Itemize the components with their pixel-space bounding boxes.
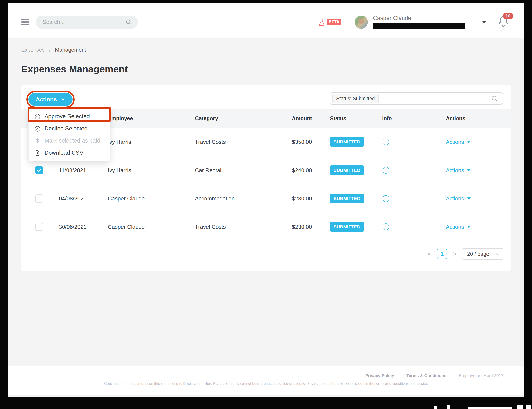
row-checkbox[interactable] [35,195,43,203]
info-icon[interactable]: i [383,195,389,202]
cell-info: i [382,139,446,145]
search-input[interactable] [43,19,125,25]
triangle-down-icon [467,169,471,172]
status-badge: SUBMITTED [330,165,364,175]
row-actions-dropdown[interactable]: Actions [446,139,504,145]
status-filter-input[interactable]: Status: Submitted [330,92,503,105]
table-row: 04/08/2021 Casper Claude Accommodation $… [21,184,511,213]
hamburger-menu-icon[interactable] [21,18,30,26]
row-checkbox[interactable] [35,223,43,231]
user-menu-caret-icon[interactable] [482,21,487,24]
header-employee: Employee [108,115,195,121]
user-name: Casper Claude [373,15,465,21]
notifications-button[interactable]: 10 [496,15,511,29]
breadcrumb-expenses[interactable]: Expenses [21,47,45,53]
page-size-value: 20 / page [467,251,489,257]
beta-badge: BETA [327,19,342,25]
cell-category: Travel Costs [195,139,265,145]
page-size-select[interactable]: 20 / page [462,248,504,260]
cell-info: i [382,195,446,202]
redaction-artifact [447,405,450,409]
menu-item-label: Decline Selected [45,125,88,132]
search-icon [125,19,132,26]
cell-status: SUBMITTED [312,194,382,204]
menu-item-mark-paid: $ Mark selected as paid [29,135,109,147]
beta-indicator: BETA [317,17,342,27]
row-actions-label: Actions [446,224,464,230]
info-icon[interactable]: i [383,167,389,174]
triangle-down-icon [467,141,471,143]
notification-count-badge: 10 [503,13,513,19]
cell-amount: $240.00 [265,167,312,174]
page-prev-button[interactable]: < [428,251,432,257]
cell-employee: Casper Claude [108,195,195,202]
row-actions-dropdown[interactable]: Actions [446,195,504,202]
menu-item-label: Mark selected as paid [45,138,100,144]
menu-item-label: Approve Selected [45,113,90,120]
annotation-ring-actions: Actions [26,91,75,108]
redaction-artifact [468,407,513,409]
row-actions-label: Actions [446,167,464,174]
row-actions-dropdown[interactable]: Actions [446,224,504,230]
cell-status: SUBMITTED [312,222,382,232]
breadcrumb: Expenses / Management [21,47,524,53]
cell-employee: Ivy Harris [108,167,195,174]
status-filter-chip[interactable]: Status: Submitted [332,94,379,103]
download-csv-icon [34,150,41,156]
row-actions-dropdown[interactable]: Actions [446,167,504,174]
info-icon[interactable]: i [383,139,389,145]
approve-circle-icon [34,113,41,120]
menu-item-decline-selected[interactable]: Decline Selected [29,122,109,135]
cell-info: i [382,167,446,174]
cell-status: SUBMITTED [312,165,382,175]
triangle-down-icon [467,197,471,200]
menu-item-approve-selected[interactable]: Approve Selected [29,111,109,122]
page-title: Expenses Management [21,64,524,75]
select-chevron-icon [495,251,499,256]
global-search[interactable] [36,16,138,29]
page-next-button[interactable]: > [453,251,457,257]
menu-item-download-csv[interactable]: Download CSV [29,147,109,159]
cell-date: 04/08/2021 [59,195,108,202]
cell-category: Car Rental [195,167,265,174]
cell-date: 30/06/2021 [59,224,108,230]
header-category: Category [195,115,265,121]
filter-search-icon [491,95,498,102]
status-badge: SUBMITTED [330,194,364,204]
cell-amount: $350.00 [265,139,312,145]
redaction-artifact [517,405,523,409]
footer-copyright: Copyright in the documents on this site … [8,381,524,386]
page-number-button[interactable]: 1 [437,249,447,259]
info-icon[interactable]: i [383,223,389,230]
footer-link-privacy-policy[interactable]: Privacy Policy [365,373,394,378]
breadcrumb-management: Management [55,47,86,53]
screenshot-frame: BETA Casper Claude 10 Expenses / Managem… [0,0,532,409]
cell-date: 11/08/2021 [59,167,108,174]
bulk-actions-button[interactable]: Actions [28,93,72,106]
redaction-artifact [434,406,437,409]
dollar-icon: $ [34,138,41,144]
bulk-actions-label: Actions [36,96,57,103]
header-amount: Amount [265,115,312,121]
decline-circle-icon [34,126,41,132]
status-badge: SUBMITTED [330,137,364,147]
user-info[interactable]: Casper Claude [373,15,465,29]
footer: Privacy Policy Terms & Conditions Employ… [8,366,524,395]
header-actions: Actions [446,115,504,121]
triangle-down-icon [467,226,471,228]
status-badge: SUBMITTED [330,222,364,232]
footer-link-terms-conditions[interactable]: Terms & Conditions [406,373,447,378]
row-checkbox-checked[interactable] [35,166,43,174]
cell-info: i [382,223,446,230]
user-avatar[interactable] [355,16,368,29]
redacted-user-detail [373,23,465,29]
breadcrumb-separator: / [49,47,51,53]
redaction-artifact [526,405,531,409]
header-status: Status [312,115,382,121]
check-icon [36,168,42,173]
cell-amount: $230.00 [265,224,312,230]
cell-status: SUBMITTED [312,137,382,147]
bulk-actions-menu: Approve Selected Decline Selected $ Mark… [28,109,110,161]
row-actions-label: Actions [446,139,464,145]
pagination: < 1 > 20 / page [21,248,504,260]
